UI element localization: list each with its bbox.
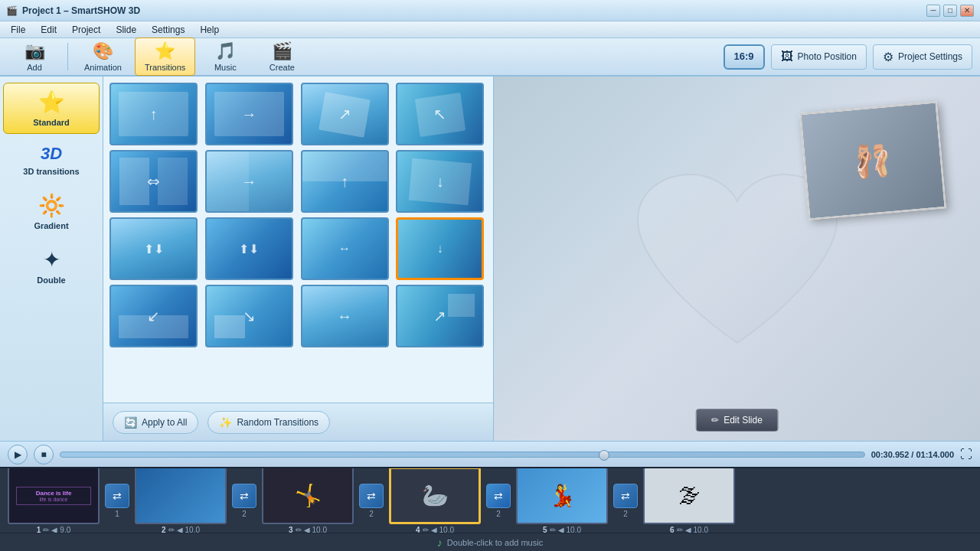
transition-item[interactable]: ↔: [301, 217, 389, 280]
transition-item[interactable]: ↘: [205, 285, 293, 347]
music-bar[interactable]: ♪ Double-click to add music: [0, 533, 980, 551]
category-gradient[interactable]: 🔆 Gradient: [3, 186, 100, 237]
add-button[interactable]: 📷 Add: [8, 37, 61, 76]
menu-slide[interactable]: Slide: [109, 23, 142, 37]
dancer-thumbnail: 🩰: [801, 103, 944, 219]
categories-panel: ⭐ Standard 3D 3D transitions 🔆 Gradient …: [0, 77, 103, 441]
right-tools: 16:9 🖼 Photo Position ⚙ Project Settings: [724, 44, 972, 70]
slide-thumb-6[interactable]: 🌫: [643, 468, 735, 524]
transition-item[interactable]: ↑: [109, 83, 198, 145]
slide4-info: 4 ✏ ◀ 10.0: [389, 526, 481, 533]
category-double[interactable]: ✦ Double: [3, 240, 100, 292]
titlebar: 🎬 Project 1 – SmartSHOW 3D ─ □ ✕: [0, 0, 980, 21]
menu-project[interactable]: Project: [66, 23, 106, 37]
slide-thumb-5[interactable]: 💃: [516, 468, 608, 524]
photo-position-icon: 🖼: [781, 50, 793, 64]
slide2-info: 2 ✏ ◀ 10.0: [135, 526, 227, 533]
music-button[interactable]: 🎵 Music: [198, 37, 252, 76]
random-icon: ✨: [219, 416, 232, 429]
slide6-info: 6 ✏ ◀ 10.0: [643, 526, 735, 533]
close-button[interactable]: ✕: [960, 5, 974, 17]
preview-canvas: 🩰: [494, 77, 980, 441]
slide5-info: 5 ✏ ◀ 10.0: [516, 526, 608, 533]
main-content: ⭐ Standard 3D 3D transitions 🔆 Gradient …: [0, 77, 980, 441]
timeline: Dance is life life is dance 1 ✏ ◀ 9.0 ⇄ …: [0, 467, 980, 551]
slide-item-6[interactable]: 🌫 6 ✏ ◀ 10.0: [643, 468, 735, 533]
transition-item[interactable]: ⬆⬇: [109, 217, 198, 280]
transition-item[interactable]: ⬆⬇: [205, 217, 293, 280]
transition-item[interactable]: ↗: [396, 285, 484, 347]
slide-item-1[interactable]: Dance is life life is dance 1 ✏ ◀ 9.0: [8, 468, 100, 533]
transition-item[interactable]: ↓: [396, 217, 484, 280]
transition-item[interactable]: →: [205, 83, 293, 145]
maximize-button[interactable]: □: [943, 5, 957, 17]
transition-item[interactable]: ↙: [109, 285, 198, 347]
fullscreen-button[interactable]: ⛶: [960, 448, 972, 461]
slide-item-5[interactable]: 💃 5 ✏ ◀ 10.0: [516, 468, 608, 533]
window-controls: ─ □ ✕: [926, 5, 974, 17]
aspect-ratio-button[interactable]: 16:9: [724, 44, 765, 70]
toolbar-separator-1: [67, 43, 68, 70]
transition-item[interactable]: ↖: [396, 83, 484, 145]
photo-position-button[interactable]: 🖼 Photo Position: [771, 44, 867, 70]
slide1-text1: Dance is life: [19, 490, 87, 497]
transitions-button[interactable]: ⭐ Transitions: [135, 37, 195, 76]
transition-item[interactable]: →: [205, 150, 293, 213]
play-button[interactable]: ▶: [8, 445, 28, 465]
music-icon: 🎵: [215, 41, 236, 61]
progress-bar[interactable]: [60, 452, 865, 458]
transition-item[interactable]: ↓: [396, 150, 484, 213]
edit-slide-button[interactable]: ✏ Edit Slide: [695, 409, 779, 432]
slide-item-3[interactable]: 🤸 3 ✏ ◀ 10.0: [262, 468, 354, 533]
transitions-icon: ⭐: [155, 41, 175, 61]
transition-2[interactable]: ⇄ 2: [229, 472, 260, 530]
project-settings-button[interactable]: ⚙ Project Settings: [873, 44, 972, 70]
transition-1[interactable]: ⇄ 1: [102, 472, 132, 530]
slide-item-2[interactable]: 2 ✏ ◀ 10.0: [135, 468, 227, 533]
standard-icon: ⭐: [38, 90, 65, 115]
transition-5[interactable]: ⇄ 2: [610, 472, 641, 530]
music-note-icon: ♪: [437, 536, 443, 549]
minimize-button[interactable]: ─: [926, 5, 940, 17]
category-standard[interactable]: ⭐ Standard: [3, 83, 100, 134]
apply-to-all-button[interactable]: 🔄 Apply to All: [113, 411, 198, 434]
slide3-info: 3 ✏ ◀ 10.0: [262, 526, 354, 533]
3d-icon: 3D: [41, 144, 62, 164]
slide-item-4[interactable]: 🦢 4 ✏ ◀ 10.0: [389, 468, 481, 533]
gradient-icon: 🔆: [38, 193, 65, 218]
edit-icon: ✏: [711, 415, 719, 425]
animation-button[interactable]: 🎨 Animation: [74, 37, 132, 76]
menu-edit[interactable]: Edit: [34, 23, 63, 37]
slide-thumb-4[interactable]: 🦢: [389, 468, 481, 524]
create-icon: 🎬: [272, 41, 292, 61]
preview-scene: 🩰: [494, 77, 980, 441]
slide-thumb-1[interactable]: Dance is life life is dance: [8, 468, 100, 524]
slide-thumb-3[interactable]: 🤸: [262, 468, 354, 524]
transitions-panel: ↑ → ↗ ↖ ⇔ →: [103, 77, 494, 441]
toolbar: 📷 Add 🎨 Animation ⭐ Transitions 🎵 Music …: [0, 38, 980, 77]
slide1-text2: life is dance: [19, 497, 87, 502]
stop-button[interactable]: ■: [34, 445, 54, 465]
app-icon: 🎬: [6, 5, 18, 16]
transitions-grid: ↑ → ↗ ↖ ⇔ →: [103, 77, 493, 403]
transition-item[interactable]: ↑: [301, 150, 389, 213]
transition-item[interactable]: ↔: [301, 285, 389, 347]
slide-thumb-2[interactable]: [135, 468, 227, 524]
create-button[interactable]: 🎬 Create: [255, 37, 309, 76]
category-3d[interactable]: 3D 3D transitions: [3, 137, 100, 183]
transition-4[interactable]: ⇄ 2: [483, 472, 514, 530]
action-bar: 🔄 Apply to All ✨ Random Transitions: [103, 403, 493, 441]
menu-file[interactable]: File: [5, 23, 31, 37]
transition-item[interactable]: ⇔: [109, 150, 198, 213]
timeline-scroll[interactable]: Dance is life life is dance 1 ✏ ◀ 9.0 ⇄ …: [0, 468, 980, 533]
menu-help[interactable]: Help: [194, 23, 225, 37]
progress-thumb[interactable]: [599, 450, 609, 461]
transition-3[interactable]: ⇄ 2: [356, 472, 387, 530]
animation-icon: 🎨: [93, 41, 113, 61]
transition-item[interactable]: ↗: [301, 83, 389, 145]
menu-settings[interactable]: Settings: [145, 23, 191, 37]
random-transitions-button[interactable]: ✨ Random Transitions: [207, 411, 330, 434]
music-hint: Double-click to add music: [447, 538, 543, 547]
preview-panel: 🩰 ✏ Edit Slide: [494, 77, 980, 441]
slide1-info: 1 ✏ ◀ 9.0: [8, 526, 100, 533]
